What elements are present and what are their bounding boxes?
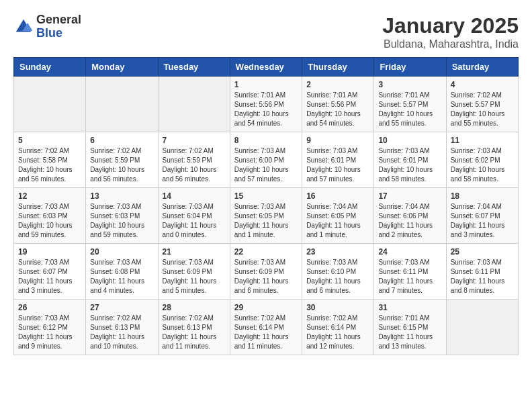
day-cell: 9Sunrise: 7:03 AM Sunset: 6:01 PM Daylig…: [302, 132, 374, 188]
calendar-title: January 2025: [382, 13, 519, 38]
day-number: 9: [306, 136, 369, 145]
day-cell: 15Sunrise: 7:03 AM Sunset: 6:05 PM Dayli…: [230, 188, 302, 244]
day-number: 11: [451, 136, 514, 145]
day-cell: 4Sunrise: 7:02 AM Sunset: 5:57 PM Daylig…: [446, 77, 518, 132]
day-cell: 6Sunrise: 7:02 AM Sunset: 5:59 PM Daylig…: [86, 132, 158, 188]
header-cell-friday: Friday: [374, 58, 446, 77]
day-cell: [158, 77, 230, 132]
day-cell: 8Sunrise: 7:03 AM Sunset: 6:00 PM Daylig…: [230, 132, 302, 188]
day-cell: 28Sunrise: 7:02 AM Sunset: 6:13 PM Dayli…: [158, 300, 230, 355]
day-info: Sunrise: 7:01 AM Sunset: 5:56 PM Dayligh…: [306, 91, 369, 128]
day-number: 19: [18, 247, 81, 257]
day-info: Sunrise: 7:03 AM Sunset: 6:08 PM Dayligh…: [90, 258, 153, 295]
day-info: Sunrise: 7:02 AM Sunset: 5:59 PM Dayligh…: [90, 146, 153, 184]
day-cell: 26Sunrise: 7:03 AM Sunset: 6:12 PM Dayli…: [14, 300, 86, 355]
day-number: 21: [163, 247, 226, 257]
day-number: 26: [18, 303, 81, 312]
day-info: Sunrise: 7:03 AM Sunset: 6:03 PM Dayligh…: [18, 202, 81, 240]
day-cell: 12Sunrise: 7:03 AM Sunset: 6:03 PM Dayli…: [14, 188, 86, 244]
week-row-5: 26Sunrise: 7:03 AM Sunset: 6:12 PM Dayli…: [14, 300, 519, 355]
day-info: Sunrise: 7:03 AM Sunset: 6:09 PM Dayligh…: [234, 258, 298, 295]
day-info: Sunrise: 7:03 AM Sunset: 6:11 PM Dayligh…: [451, 258, 514, 295]
day-number: 7: [163, 136, 226, 145]
day-number: 8: [234, 136, 298, 145]
day-number: 22: [234, 247, 298, 257]
day-number: 2: [306, 80, 369, 89]
day-info: Sunrise: 7:03 AM Sunset: 6:12 PM Dayligh…: [18, 314, 81, 351]
day-info: Sunrise: 7:04 AM Sunset: 6:05 PM Dayligh…: [306, 202, 369, 240]
day-cell: 30Sunrise: 7:02 AM Sunset: 6:14 PM Dayli…: [302, 300, 374, 355]
day-info: Sunrise: 7:01 AM Sunset: 6:15 PM Dayligh…: [378, 314, 441, 351]
day-number: 13: [90, 191, 153, 201]
calendar-subtitle: Buldana, Maharashtra, India: [382, 38, 519, 50]
day-cell: 29Sunrise: 7:02 AM Sunset: 6:14 PM Dayli…: [230, 300, 302, 355]
day-info: Sunrise: 7:03 AM Sunset: 6:07 PM Dayligh…: [18, 258, 81, 295]
day-info: Sunrise: 7:03 AM Sunset: 6:11 PM Dayligh…: [378, 258, 441, 295]
day-cell: 7Sunrise: 7:02 AM Sunset: 5:59 PM Daylig…: [158, 132, 230, 188]
day-number: 23: [306, 247, 369, 257]
day-cell: 27Sunrise: 7:02 AM Sunset: 6:13 PM Dayli…: [86, 300, 158, 355]
day-cell: 31Sunrise: 7:01 AM Sunset: 6:15 PM Dayli…: [374, 300, 446, 355]
day-cell: 21Sunrise: 7:03 AM Sunset: 6:09 PM Dayli…: [158, 244, 230, 300]
logo-text: General Blue: [36, 13, 81, 40]
day-info: Sunrise: 7:04 AM Sunset: 6:06 PM Dayligh…: [378, 202, 441, 240]
day-number: 28: [163, 303, 226, 312]
day-info: Sunrise: 7:03 AM Sunset: 6:09 PM Dayligh…: [163, 258, 226, 295]
day-number: 3: [378, 80, 441, 89]
day-cell: 10Sunrise: 7:03 AM Sunset: 6:01 PM Dayli…: [374, 132, 446, 188]
day-info: Sunrise: 7:03 AM Sunset: 6:03 PM Dayligh…: [90, 202, 153, 240]
day-number: 5: [18, 136, 81, 145]
day-cell: [446, 300, 518, 355]
day-number: 31: [378, 303, 441, 312]
day-info: Sunrise: 7:01 AM Sunset: 5:56 PM Dayligh…: [234, 91, 298, 128]
day-number: 25: [451, 247, 514, 257]
day-cell: 11Sunrise: 7:03 AM Sunset: 6:02 PM Dayli…: [446, 132, 518, 188]
calendar-table: SundayMondayTuesdayWednesdayThursdayFrid…: [13, 57, 519, 355]
header-cell-wednesday: Wednesday: [230, 58, 302, 77]
day-info: Sunrise: 7:02 AM Sunset: 5:59 PM Dayligh…: [163, 146, 226, 184]
week-row-2: 5Sunrise: 7:02 AM Sunset: 5:58 PM Daylig…: [14, 132, 519, 188]
day-cell: 14Sunrise: 7:03 AM Sunset: 6:04 PM Dayli…: [158, 188, 230, 244]
day-number: 4: [451, 80, 514, 89]
day-number: 14: [163, 191, 226, 201]
day-cell: 1Sunrise: 7:01 AM Sunset: 5:56 PM Daylig…: [230, 77, 302, 132]
day-cell: 3Sunrise: 7:01 AM Sunset: 5:57 PM Daylig…: [374, 77, 446, 132]
day-info: Sunrise: 7:03 AM Sunset: 6:01 PM Dayligh…: [306, 146, 369, 184]
day-cell: 2Sunrise: 7:01 AM Sunset: 5:56 PM Daylig…: [302, 77, 374, 132]
header-cell-monday: Monday: [86, 58, 158, 77]
day-info: Sunrise: 7:04 AM Sunset: 6:07 PM Dayligh…: [451, 202, 514, 240]
page-header: General Blue January 2025 Buldana, Mahar…: [13, 13, 519, 50]
day-number: 15: [234, 191, 298, 201]
day-info: Sunrise: 7:02 AM Sunset: 6:14 PM Dayligh…: [306, 314, 369, 351]
day-info: Sunrise: 7:03 AM Sunset: 6:02 PM Dayligh…: [451, 146, 514, 184]
day-info: Sunrise: 7:02 AM Sunset: 6:13 PM Dayligh…: [163, 314, 226, 351]
day-cell: [14, 77, 86, 132]
day-cell: 20Sunrise: 7:03 AM Sunset: 6:08 PM Dayli…: [86, 244, 158, 300]
day-info: Sunrise: 7:02 AM Sunset: 6:14 PM Dayligh…: [234, 314, 298, 351]
day-number: 1: [234, 80, 298, 89]
title-section: January 2025 Buldana, Maharashtra, India: [382, 13, 519, 50]
day-cell: 5Sunrise: 7:02 AM Sunset: 5:58 PM Daylig…: [14, 132, 86, 188]
day-cell: 18Sunrise: 7:04 AM Sunset: 6:07 PM Dayli…: [446, 188, 518, 244]
day-info: Sunrise: 7:03 AM Sunset: 6:00 PM Dayligh…: [234, 146, 298, 184]
header-row: SundayMondayTuesdayWednesdayThursdayFrid…: [14, 58, 519, 77]
week-row-4: 19Sunrise: 7:03 AM Sunset: 6:07 PM Dayli…: [14, 244, 519, 300]
day-number: 30: [306, 303, 369, 312]
day-cell: 25Sunrise: 7:03 AM Sunset: 6:11 PM Dayli…: [446, 244, 518, 300]
day-number: 27: [90, 303, 153, 312]
day-number: 29: [234, 303, 298, 312]
day-info: Sunrise: 7:03 AM Sunset: 6:10 PM Dayligh…: [306, 258, 369, 295]
week-row-1: 1Sunrise: 7:01 AM Sunset: 5:56 PM Daylig…: [14, 77, 519, 132]
day-info: Sunrise: 7:02 AM Sunset: 6:13 PM Dayligh…: [90, 314, 153, 351]
header-cell-saturday: Saturday: [446, 58, 518, 77]
day-info: Sunrise: 7:01 AM Sunset: 5:57 PM Dayligh…: [378, 91, 441, 128]
logo: General Blue: [13, 13, 81, 40]
day-number: 20: [90, 247, 153, 257]
day-number: 24: [378, 247, 441, 257]
day-number: 16: [306, 191, 369, 201]
day-cell: 17Sunrise: 7:04 AM Sunset: 6:06 PM Dayli…: [374, 188, 446, 244]
day-number: 10: [378, 136, 441, 145]
day-cell: 19Sunrise: 7:03 AM Sunset: 6:07 PM Dayli…: [14, 244, 86, 300]
day-info: Sunrise: 7:02 AM Sunset: 5:57 PM Dayligh…: [451, 91, 514, 128]
day-info: Sunrise: 7:03 AM Sunset: 6:01 PM Dayligh…: [378, 146, 441, 184]
